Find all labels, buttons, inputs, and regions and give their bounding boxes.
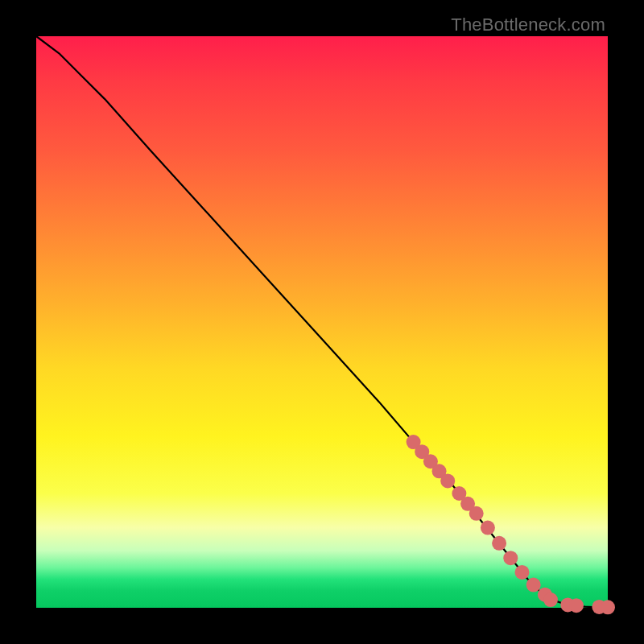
dot (440, 473, 455, 488)
highlight-dots (407, 435, 615, 614)
dot (503, 551, 518, 565)
dot (469, 506, 484, 521)
chart-svg (36, 36, 608, 608)
dot (515, 565, 530, 580)
dot (492, 536, 506, 551)
plot-area (36, 36, 608, 608)
dot (569, 598, 584, 613)
bottleneck-curve (36, 36, 608, 607)
dot (601, 600, 615, 614)
dot (543, 592, 558, 607)
chart-frame: TheBottleneck.com (0, 0, 644, 644)
dot (526, 578, 541, 592)
watermark-text: TheBottleneck.com (451, 14, 605, 35)
dot (481, 521, 495, 535)
